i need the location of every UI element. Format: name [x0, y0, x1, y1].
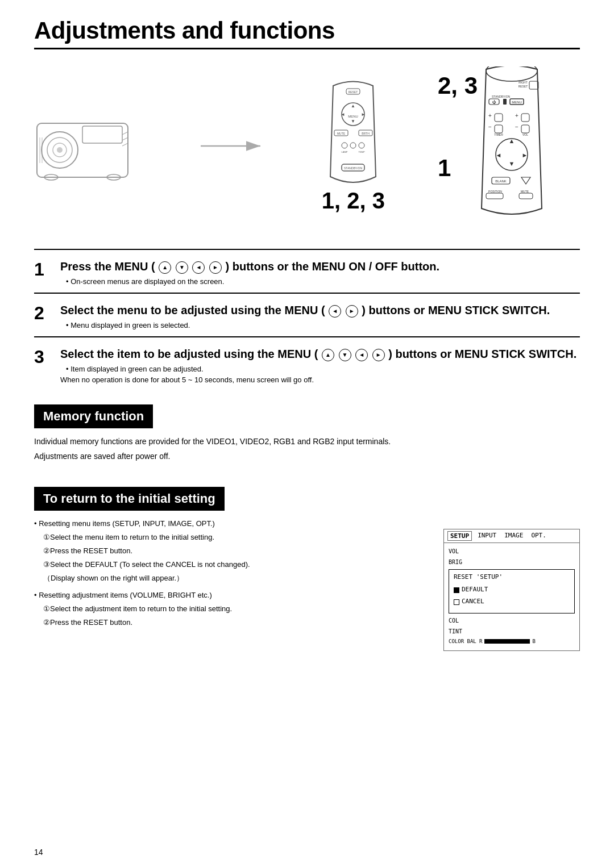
tab-image: IMAGE	[502, 531, 525, 541]
memory-function-text2: Adjustments are saved after power off.	[34, 450, 580, 462]
label-123: 1, 2, 3	[322, 188, 385, 214]
svg-text:TEMP: TEMP	[359, 151, 365, 153]
page-number: 14	[34, 848, 43, 857]
remote-small-svg: RESET ▲ MENU ▼ ◄ ► MUTE BRTH LAMP TEMP	[322, 80, 384, 194]
step-2-heading: Select the menu to be adjusted using the…	[60, 303, 580, 318]
svg-point-4	[57, 147, 63, 153]
step-1-content: Press the MENU ( ▲ ▼ ◄ ► ) buttons or th…	[60, 259, 580, 286]
step-1-heading: Press the MENU ( ▲ ▼ ◄ ► ) buttons or th…	[60, 259, 580, 274]
svg-text:RESET: RESET	[349, 90, 358, 94]
label-brig: BRIG	[449, 557, 471, 567]
cancel-row: CANCEL	[454, 596, 570, 607]
btn-down-3: ▼	[339, 349, 351, 361]
row-brig: BRIG	[449, 557, 575, 567]
step-3-block: 3 Select the item to be adjusted using t…	[34, 336, 580, 391]
svg-text:▼: ▼	[351, 119, 355, 124]
label-1: 1	[438, 155, 451, 182]
return-sub-1-1: ①Select the menu item to return to the i…	[43, 531, 426, 544]
svg-line-6	[122, 132, 128, 135]
svg-text:MENU: MENU	[349, 115, 359, 118]
svg-line-7	[122, 137, 128, 140]
svg-point-29	[350, 143, 356, 148]
svg-rect-49	[495, 125, 503, 133]
arrow-diagram	[201, 135, 269, 159]
step-3-number: 3	[34, 348, 52, 384]
svg-point-27	[342, 143, 347, 148]
svg-text:▼: ▼	[509, 160, 515, 167]
tab-setup: SETUP	[447, 531, 472, 541]
memory-function-header: Memory function	[34, 404, 153, 428]
return-diagram: SETUP INPUT IMAGE OPT. VOL BRIG RESET 'S…	[443, 529, 580, 651]
svg-text:−: −	[488, 124, 492, 130]
label-col: COL	[449, 616, 471, 625]
return-section-header: To return to the initial setting	[34, 487, 225, 511]
step-3-bullet-1: Item displayed in green can be adjusted.	[66, 365, 580, 373]
btn-down: ▼	[176, 261, 188, 274]
center-remote-area: RESET ▲ MENU ▼ ◄ ► MUTE BRTH LAMP TEMP	[322, 80, 385, 214]
svg-text:+: +	[488, 112, 492, 119]
svg-text:STANDBY/ON: STANDBY/ON	[344, 166, 363, 170]
diagram-area: RESET ▲ MENU ▼ ◄ ► MUTE BRTH LAMP TEMP	[34, 61, 580, 233]
svg-rect-64	[486, 193, 503, 199]
btn-right-2: ►	[346, 305, 358, 318]
filled-square-default	[454, 587, 459, 593]
svg-text:◄: ◄	[341, 112, 345, 117]
svg-rect-45	[495, 114, 503, 122]
svg-text:MUTE: MUTE	[337, 132, 346, 135]
bar-right-label: B	[532, 637, 535, 646]
return-text: Resetting menu items (SETUP, INPUT, IMAG…	[34, 518, 426, 631]
svg-text:−: −	[515, 124, 518, 130]
svg-text:BLANK: BLANK	[495, 180, 507, 183]
btn-right-3: ►	[372, 349, 385, 361]
tab-input: INPUT	[475, 531, 499, 541]
svg-text:▲: ▲	[351, 103, 355, 108]
btn-left: ◄	[192, 261, 205, 274]
bar-row: COLOR BAL R B	[449, 637, 575, 646]
svg-text:TIMER: TIMER	[494, 133, 503, 136]
label-23: 2, 3	[438, 72, 478, 99]
return-bullet-2: Resetting adjustment items (VOLUME, BRIG…	[34, 589, 426, 602]
svg-text:MUTE: MUTE	[521, 190, 529, 193]
label-tint: TINT	[449, 627, 471, 636]
label-vol: VOL	[449, 546, 471, 556]
step-2-block: 2 Select the menu to be adjusted using t…	[34, 293, 580, 336]
page-title: Adjustments and functions	[34, 17, 580, 44]
svg-text:VOL: VOL	[522, 133, 528, 136]
step-2-bullet: Menu displayed in green is selected.	[66, 321, 580, 329]
bar-left-label: R	[479, 637, 482, 646]
svg-rect-51	[521, 125, 529, 133]
return-sub-1-2: ②Press the RESET button.	[43, 545, 426, 557]
svg-text:POSITION: POSITION	[488, 190, 502, 193]
row-col: COL	[449, 616, 575, 625]
svg-text:RIGHT: RIGHT	[518, 81, 528, 84]
empty-square-cancel	[454, 599, 459, 605]
svg-rect-65	[519, 193, 533, 199]
return-bullet-1: Resetting menu items (SETUP, INPUT, IMAG…	[34, 518, 426, 530]
svg-marker-61	[521, 177, 530, 184]
return-sub-2-1: ①Select the adjustment item to return to…	[43, 603, 426, 615]
btn-up-3: ▲	[322, 349, 334, 361]
svg-text:▲: ▲	[509, 137, 515, 144]
step-3-note: When no operation is done for about 5 ~ …	[60, 375, 580, 384]
cancel-label: CANCEL	[462, 596, 484, 607]
diagram-tabs: SETUP INPUT IMAGE OPT.	[444, 529, 579, 543]
remote-large-svg: RIGHT RESET STANDBY/ON ⏻ MENU + + − −	[475, 66, 549, 226]
svg-text:RESET: RESET	[518, 85, 528, 88]
step-1-number: 1	[34, 260, 52, 286]
default-row: DEFAULT	[454, 585, 570, 595]
svg-text:MENU: MENU	[512, 101, 522, 104]
svg-text:►: ►	[522, 152, 528, 158]
return-sub-1-3: ③Select the DEFAULT (To select the CANCE…	[43, 558, 426, 571]
return-content: Resetting menu items (SETUP, INPUT, IMAG…	[34, 518, 580, 651]
diagram-body: VOL BRIG RESET 'SETUP' DEFAULT CAN	[444, 543, 579, 650]
return-sub-2-2: ②Press the RESET button.	[43, 616, 426, 629]
title-divider	[34, 48, 580, 49]
svg-text:LAMP: LAMP	[342, 151, 348, 153]
svg-text:BRTH: BRTH	[362, 132, 370, 135]
btn-up: ▲	[159, 261, 171, 274]
row-vol: VOL	[449, 546, 575, 556]
return-section: To return to the initial setting Resetti…	[34, 473, 580, 651]
tab-opt: OPT.	[529, 531, 549, 541]
svg-text:⏻: ⏻	[492, 100, 496, 104]
row-tint: TINT	[449, 627, 575, 636]
